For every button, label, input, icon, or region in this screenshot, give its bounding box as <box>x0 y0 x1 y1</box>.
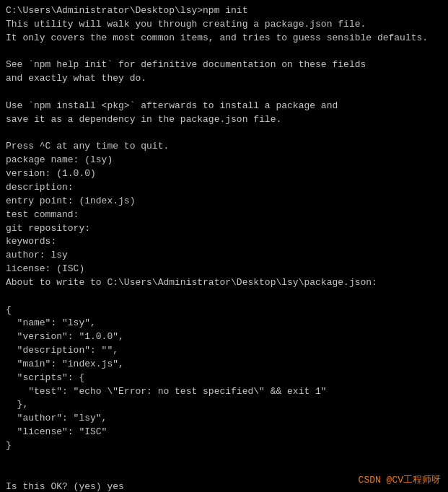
terminal-output: C:\Users\Administrator\Desktop\lsy>npm i… <box>6 4 442 492</box>
terminal-window: C:\Users\Administrator\Desktop\lsy>npm i… <box>0 0 448 492</box>
watermark: CSDN @CV工程师呀 <box>359 473 441 486</box>
